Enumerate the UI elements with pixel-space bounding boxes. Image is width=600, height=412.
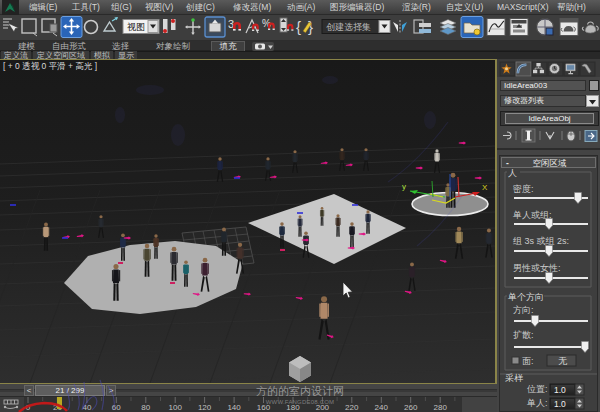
svg-text:单个方向: 单个方向 (508, 292, 544, 302)
svg-text:密度:: 密度: (513, 184, 534, 194)
svg-text:单人:: 单人: (527, 398, 548, 408)
svg-text:200: 200 (316, 403, 330, 412)
svg-text:280: 280 (434, 403, 448, 412)
svg-text:方向:: 方向: (513, 305, 534, 315)
svg-text:100: 100 (169, 403, 183, 412)
svg-text:260: 260 (404, 403, 418, 412)
svg-text:扩散:: 扩散: (513, 330, 534, 340)
svg-text:{: { (296, 18, 301, 35)
svg-text:组 3s 或组 2s:: 组 3s 或组 2s: (513, 236, 569, 246)
svg-text:40: 40 (82, 403, 91, 412)
svg-text:80: 80 (141, 403, 150, 412)
svg-text:人: 人 (508, 168, 517, 178)
svg-text:X: X (482, 183, 488, 192)
svg-text:创建选择集: 创建选择集 (326, 22, 371, 32)
svg-text:[ + 0 透视 0 平滑 + 高光 ]: [ + 0 透视 0 平滑 + 高光 ] (3, 61, 97, 71)
svg-text:采样: 采样 (505, 373, 524, 383)
svg-text:位置:: 位置: (527, 384, 548, 394)
svg-text:220: 220 (345, 403, 359, 412)
svg-text:140: 140 (227, 403, 241, 412)
svg-text:180: 180 (286, 403, 300, 412)
svg-text:120: 120 (198, 403, 212, 412)
svg-text:160: 160 (257, 403, 271, 412)
svg-text:面:: 面: (522, 356, 534, 366)
svg-text:240: 240 (375, 403, 389, 412)
svg-text:1.0: 1.0 (554, 385, 566, 395)
svg-text:男性或女性:: 男性或女性: (513, 263, 561, 273)
svg-text:0: 0 (26, 403, 31, 412)
svg-text:无: 无 (558, 356, 568, 366)
svg-text:y: y (402, 182, 406, 191)
svg-text:视图: 视图 (127, 22, 145, 32)
svg-text:60: 60 (112, 403, 121, 412)
svg-text:1.0: 1.0 (554, 399, 566, 409)
